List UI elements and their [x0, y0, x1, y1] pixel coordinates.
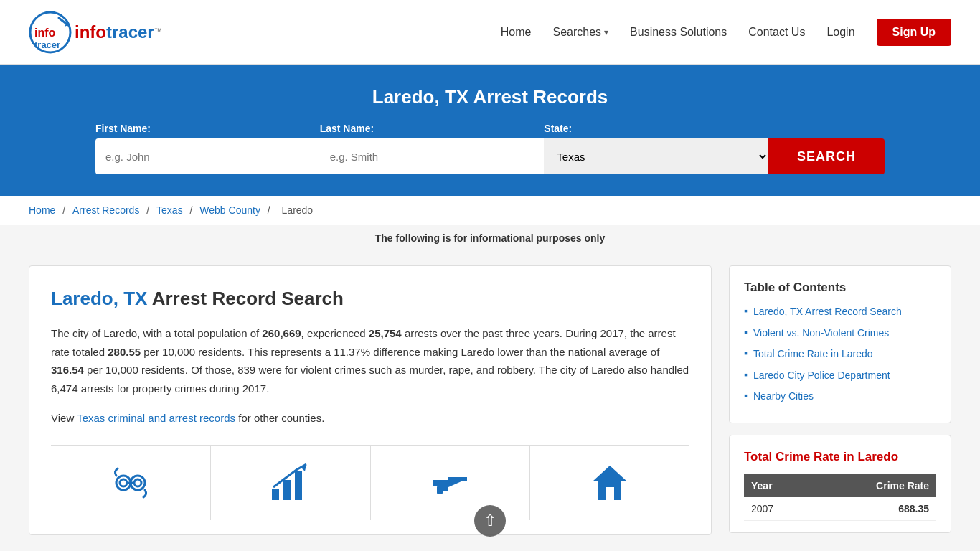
nav-searches[interactable]: Searches ▾ — [552, 26, 608, 39]
toc-link-4[interactable]: Laredo City Police Department — [753, 369, 890, 383]
logo-tracer: tracer — [106, 22, 154, 42]
toc-item-2: Violent vs. Non-Violent Crimes — [744, 326, 936, 341]
logo: info tracer infotracer™ — [29, 11, 162, 54]
icon-row — [51, 445, 689, 520]
main-nav: Home Searches ▾ Business Solutions Conta… — [501, 19, 951, 46]
breadcrumb-laredo: Laredo — [282, 204, 314, 216]
toc-link-3[interactable]: Total Crime Rate in Laredo — [753, 347, 873, 362]
search-form: First Name: Last Name: State: AlabamaAla… — [95, 123, 885, 174]
stat-arrests: 25,754 — [369, 327, 402, 339]
svg-rect-16 — [606, 487, 614, 500]
rate-2007: 688.35 — [811, 497, 936, 521]
icon-cell-house — [530, 446, 689, 520]
svg-rect-10 — [272, 489, 279, 500]
toc-item-3: Total Crime Rate in Laredo — [744, 347, 936, 362]
last-name-input[interactable] — [320, 138, 545, 174]
header: info tracer infotracer™ Home Searches ▾ … — [0, 0, 980, 65]
toc-item-4: Laredo City Police Department — [744, 369, 936, 383]
last-name-group: Last Name: — [320, 123, 545, 174]
breadcrumb-home[interactable]: Home — [29, 204, 55, 216]
intro-mid1: , experienced — [301, 327, 369, 339]
last-name-label: Last Name: — [320, 123, 545, 134]
icon-cell-chart — [211, 446, 371, 520]
toc-link-5[interactable]: Nearby Cities — [753, 390, 814, 404]
logo-icon: info tracer — [29, 11, 72, 54]
scroll-to-top-button[interactable]: ⇧ — [474, 505, 506, 537]
crime-rate-box: Total Crime Rate in Laredo Year Crime Ra… — [729, 435, 951, 533]
state-group: State: AlabamaAlaskaArizonaArkansas Cali… — [544, 123, 768, 174]
breadcrumb-sep4: / — [268, 204, 273, 216]
svg-rect-14 — [437, 486, 443, 494]
year-2007: 2007 — [744, 497, 811, 521]
signup-button[interactable]: Sign Up — [877, 19, 951, 46]
crime-rate-table: Year Crime Rate 2007 688.35 — [744, 474, 936, 521]
toc-box: Table of Contents Laredo, TX Arrest Reco… — [729, 265, 951, 423]
intro-mid3: per 10,000 residents. This represents a … — [141, 346, 659, 358]
toc-link-2[interactable]: Violent vs. Non-Violent Crimes — [753, 326, 889, 341]
breadcrumb-webb-county[interactable]: Webb County — [199, 204, 260, 216]
toc-heading: Table of Contents — [744, 281, 936, 295]
heading-rest: Arrest Record Search — [152, 288, 344, 309]
svg-text:tracer: tracer — [34, 39, 60, 50]
texas-records-link[interactable]: Texas criminal and arrest records — [77, 412, 235, 424]
hero-banner: Laredo, TX Arrest Records First Name: La… — [0, 65, 980, 196]
handcuffs-icon — [108, 460, 154, 506]
heading-city-tx: Laredo, TX — [51, 288, 147, 309]
nav-home[interactable]: Home — [501, 26, 532, 39]
view-records-paragraph: View Texas criminal and arrest records f… — [51, 409, 689, 428]
state-select[interactable]: AlabamaAlaskaArizonaArkansas CaliforniaC… — [544, 138, 768, 174]
crime-row-2007: 2007 688.35 — [744, 497, 936, 521]
house-icon — [587, 460, 633, 506]
breadcrumb-sep2: / — [146, 204, 152, 216]
first-name-label: First Name: — [95, 123, 320, 134]
state-label: State: — [544, 123, 768, 134]
left-column: Laredo, TX Arrest Record Search The city… — [29, 265, 712, 535]
stat-rate: 280.55 — [108, 346, 141, 358]
stat-population: 260,669 — [262, 327, 301, 339]
breadcrumb-sep3: / — [190, 204, 196, 216]
svg-point-8 — [134, 479, 141, 486]
toc-list: Laredo, TX Arrest Record Search Violent … — [744, 305, 936, 404]
intro-end: per 10,000 residents. Of those, 839 were… — [51, 364, 689, 395]
svg-rect-12 — [295, 471, 302, 500]
icon-cell-handcuffs — [51, 446, 211, 520]
intro-pre1: The city of Laredo, with a total populat… — [51, 327, 262, 339]
col-year: Year — [744, 474, 811, 497]
crime-table-header: Year Crime Rate — [744, 474, 936, 497]
page-heading: Laredo, TX Arrest Record Search — [51, 288, 689, 310]
toc-item-1: Laredo, TX Arrest Record Search — [744, 305, 936, 319]
toc-link-1[interactable]: Laredo, TX Arrest Record Search — [753, 305, 902, 319]
col-rate: Crime Rate — [811, 474, 936, 497]
breadcrumb-sep1: / — [62, 204, 68, 216]
chart-icon — [268, 460, 314, 506]
svg-point-6 — [120, 479, 127, 486]
logo-info: info — [75, 22, 106, 42]
intro-paragraph: The city of Laredo, with a total populat… — [51, 324, 689, 397]
icon-cell-gun — [371, 446, 531, 520]
svg-rect-11 — [283, 480, 291, 500]
search-button[interactable]: SEARCH — [768, 138, 885, 174]
toc-item-5: Nearby Cities — [744, 390, 936, 404]
crime-rate-heading: Total Crime Rate in Laredo — [744, 450, 936, 464]
hero-title: Laredo, TX Arrest Records — [29, 86, 951, 108]
info-note: The following is for informational purpo… — [0, 225, 980, 251]
view-text: View — [51, 412, 77, 424]
svg-text:info: info — [34, 27, 56, 39]
right-column: Table of Contents Laredo, TX Arrest Reco… — [729, 265, 951, 535]
breadcrumb-texas[interactable]: Texas — [156, 204, 183, 216]
login-button[interactable]: Login — [826, 26, 854, 39]
first-name-input[interactable] — [95, 138, 320, 174]
stat-national: 316.54 — [51, 364, 84, 376]
first-name-group: First Name: — [95, 123, 320, 174]
logo-tm: ™ — [154, 27, 162, 35]
nav-business-solutions[interactable]: Business Solutions — [630, 26, 727, 39]
gun-icon — [427, 460, 473, 506]
nav-contact-us[interactable]: Contact Us — [748, 26, 805, 39]
view-end: for other counties. — [235, 412, 324, 424]
breadcrumb-arrest-records[interactable]: Arrest Records — [72, 204, 139, 216]
searches-chevron-icon: ▾ — [604, 27, 608, 37]
breadcrumb: Home / Arrest Records / Texas / Webb Cou… — [0, 196, 980, 225]
